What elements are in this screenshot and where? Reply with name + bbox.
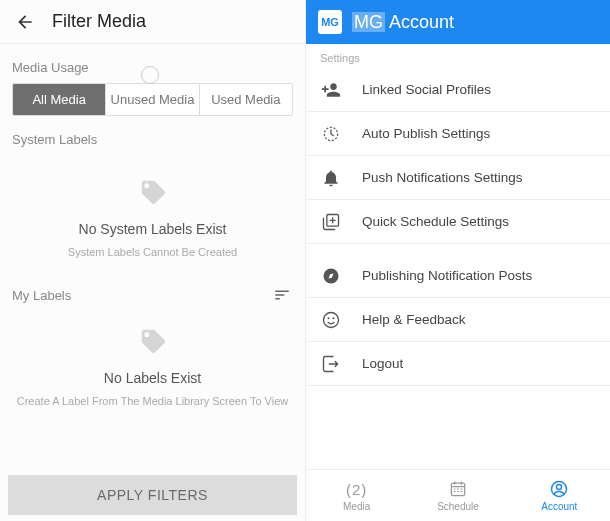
tab-label: Media (343, 501, 370, 512)
compass-icon (320, 265, 342, 287)
brand-logo: MG (318, 10, 342, 34)
system-labels-heading: System Labels (0, 116, 305, 155)
system-empty-title: No System Labels Exist (16, 221, 289, 237)
page-title: Filter Media (52, 11, 146, 32)
calendar-icon (448, 479, 468, 499)
loading-spinner-icon (141, 66, 159, 84)
svg-point-5 (333, 317, 335, 319)
tag-icon (138, 326, 168, 356)
media-count: (2) (346, 481, 367, 498)
tag-icon (138, 177, 168, 207)
item-publishing-notification-posts[interactable]: Publishing Notification Posts (306, 254, 610, 298)
item-label: Quick Schedule Settings (362, 214, 509, 229)
my-labels-empty: No Labels Exist Create A Label From The … (0, 304, 305, 419)
item-label: Push Notifications Settings (362, 170, 523, 185)
item-label: Publishing Notification Posts (362, 268, 532, 283)
item-help-feedback[interactable]: Help & Feedback (306, 298, 610, 342)
my-empty-title: No Labels Exist (16, 370, 289, 386)
my-empty-sub: Create A Label From The Media Library Sc… (16, 394, 289, 409)
item-logout[interactable]: Logout (306, 342, 610, 386)
bell-icon (320, 167, 342, 189)
tab-label: Account (541, 501, 577, 512)
tab-label: Schedule (437, 501, 479, 512)
media-usage-tabs: All Media Unused Media Used Media (12, 83, 293, 116)
item-label: Linked Social Profiles (362, 82, 491, 97)
back-button[interactable] (14, 11, 36, 33)
sort-icon (273, 286, 291, 304)
system-empty-sub: System Labels Cannot Be Created (16, 245, 289, 260)
item-linked-social-profiles[interactable]: Linked Social Profiles (306, 68, 610, 112)
auto-publish-icon (320, 123, 342, 145)
item-push-notifications[interactable]: Push Notifications Settings (306, 156, 610, 200)
tab-all-media[interactable]: All Media (13, 84, 105, 115)
tab-account[interactable]: Account (509, 470, 610, 521)
my-labels-row: My Labels (0, 270, 305, 304)
tab-unused-media[interactable]: Unused Media (105, 84, 198, 115)
bottom-tabbar: (2) Media Schedule Account (306, 469, 610, 521)
svg-point-8 (557, 484, 562, 489)
account-panel: MG MG Account Settings Linked Social Pro… (305, 0, 610, 521)
settings-label: Settings (306, 44, 610, 68)
add-person-icon (320, 79, 342, 101)
item-auto-publish-settings[interactable]: Auto Publish Settings (306, 112, 610, 156)
account-icon (549, 479, 569, 499)
item-label: Auto Publish Settings (362, 126, 490, 141)
filter-media-panel: Filter Media Media Usage All Media Unuse… (0, 0, 305, 521)
tab-media[interactable]: (2) Media (306, 470, 407, 521)
item-label: Logout (362, 356, 403, 371)
tab-schedule[interactable]: Schedule (407, 470, 508, 521)
my-labels-heading: My Labels (12, 288, 71, 303)
item-quick-schedule[interactable]: Quick Schedule Settings (306, 200, 610, 244)
system-labels-empty: No System Labels Exist System Labels Can… (0, 155, 305, 270)
queue-add-icon (320, 211, 342, 233)
svg-point-4 (328, 317, 330, 319)
left-header: Filter Media (0, 0, 305, 44)
header-title: MG Account (352, 12, 454, 33)
item-label: Help & Feedback (362, 312, 466, 327)
tab-used-media[interactable]: Used Media (199, 84, 292, 115)
face-icon (320, 309, 342, 331)
sort-button[interactable] (273, 286, 291, 304)
arrow-left-icon (15, 12, 35, 32)
right-header: MG MG Account (306, 0, 610, 44)
svg-point-3 (324, 312, 339, 327)
logout-icon (320, 353, 342, 375)
apply-filters-button[interactable]: APPLY FILTERS (8, 475, 297, 515)
